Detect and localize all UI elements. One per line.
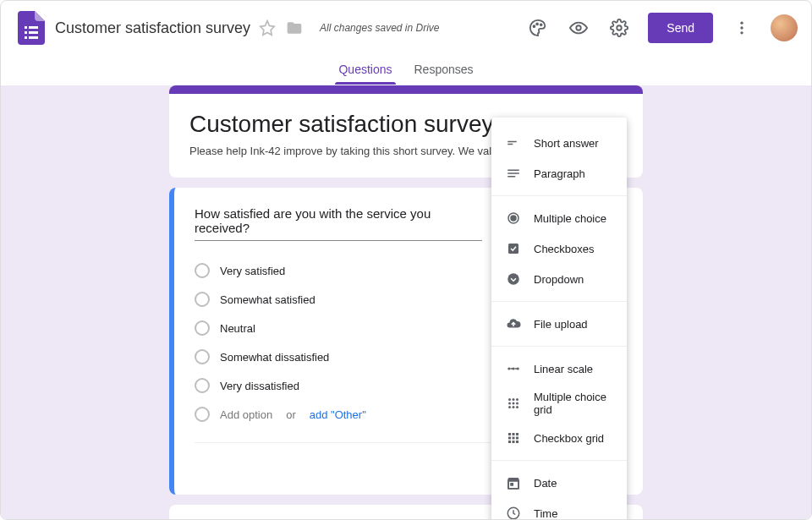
radio-icon — [195, 263, 210, 278]
option-label[interactable]: Somewhat dissatisfied — [220, 351, 329, 364]
option-label[interactable]: Very satisfied — [220, 265, 285, 277]
more-button[interactable] — [725, 11, 759, 45]
svg-rect-42 — [513, 437, 515, 440]
preview-button[interactable] — [562, 11, 595, 45]
svg-point-37 — [516, 406, 518, 408]
type-short-answer[interactable]: Short answer — [491, 128, 627, 158]
svg-point-9 — [577, 25, 582, 30]
radio-icon — [195, 407, 210, 422]
star-button[interactable] — [257, 18, 277, 38]
svg-point-31 — [516, 398, 518, 401]
svg-rect-5 — [29, 36, 38, 39]
svg-rect-19 — [508, 176, 515, 178]
svg-rect-46 — [516, 441, 518, 443]
svg-point-23 — [508, 273, 519, 285]
menu-item-label: Time — [534, 507, 557, 520]
menu-item-label: Paragraph — [534, 167, 585, 180]
linear-scale-icon — [505, 360, 522, 377]
clock-icon — [505, 505, 522, 520]
add-other-button[interactable]: add "Other" — [310, 408, 366, 421]
type-date[interactable]: Date — [491, 468, 627, 498]
svg-rect-22 — [508, 244, 518, 254]
svg-rect-43 — [516, 437, 518, 440]
question-title-input[interactable]: How satisfied are you with the service y… — [195, 206, 482, 241]
save-status: All changes saved in Drive — [320, 22, 439, 34]
svg-rect-4 — [25, 36, 27, 39]
svg-rect-17 — [508, 170, 519, 172]
svg-point-7 — [536, 24, 538, 25]
account-avatar[interactable] — [771, 14, 798, 41]
option-label[interactable]: Neutral — [220, 322, 255, 335]
radio-icon — [195, 292, 210, 307]
type-linear-scale[interactable]: Linear scale — [491, 353, 627, 384]
svg-point-13 — [740, 31, 743, 34]
theme-button[interactable] — [521, 11, 555, 45]
radio-icon — [195, 349, 210, 364]
settings-button[interactable] — [602, 11, 636, 45]
svg-rect-0 — [25, 26, 27, 29]
menu-item-label: Short answer — [534, 137, 599, 150]
paragraph-icon — [505, 165, 522, 182]
checkbox-icon — [505, 240, 522, 257]
svg-point-10 — [617, 25, 623, 30]
svg-rect-15 — [508, 141, 517, 143]
calendar-icon — [505, 474, 522, 491]
grid-squares-icon — [505, 430, 522, 446]
svg-rect-2 — [25, 31, 27, 34]
menu-item-label: Multiple choice grid — [534, 391, 613, 416]
type-paragraph[interactable]: Paragraph — [491, 158, 627, 189]
menu-item-label: File upload — [534, 318, 588, 331]
form-canvas: Customer satisfaction survey Please help… — [1, 85, 811, 519]
menu-item-label: Date — [534, 477, 557, 490]
type-multiple-choice[interactable]: Multiple choice — [491, 203, 627, 233]
option-label[interactable]: Very dissatisfied — [220, 380, 299, 392]
radio-icon — [195, 378, 210, 393]
forms-logo — [14, 11, 48, 45]
svg-point-24 — [508, 368, 510, 370]
svg-point-34 — [516, 402, 518, 405]
svg-point-21 — [511, 216, 516, 221]
or-text: or — [286, 408, 296, 421]
tab-responses[interactable]: Responses — [414, 63, 474, 85]
add-option-button[interactable]: Add option — [220, 408, 272, 421]
svg-point-8 — [540, 24, 542, 25]
tab-bar: Questions Responses — [1, 55, 811, 85]
tab-questions[interactable]: Questions — [338, 63, 392, 85]
svg-point-32 — [508, 402, 511, 405]
svg-rect-38 — [508, 433, 511, 435]
type-mc-grid[interactable]: Multiple choice grid — [491, 384, 627, 423]
menu-item-label: Linear scale — [534, 363, 593, 375]
dropdown-icon — [505, 271, 522, 287]
svg-rect-41 — [508, 437, 511, 440]
svg-point-28 — [517, 368, 519, 370]
svg-point-6 — [534, 25, 535, 27]
svg-point-33 — [513, 402, 515, 405]
svg-point-29 — [508, 398, 511, 401]
menu-item-label: Checkbox grid — [534, 432, 604, 445]
menu-item-label: Multiple choice — [534, 212, 606, 225]
type-file-upload[interactable]: File upload — [491, 309, 627, 339]
type-time[interactable]: Time — [491, 498, 627, 520]
svg-rect-45 — [513, 441, 515, 443]
cloud-upload-icon — [505, 315, 522, 332]
svg-point-12 — [740, 26, 743, 29]
svg-point-11 — [740, 22, 743, 25]
option-label[interactable]: Somewhat satisfied — [220, 293, 315, 306]
question-type-menu: Short answer Paragraph Multiple choice C… — [491, 118, 627, 520]
svg-rect-3 — [29, 31, 38, 34]
move-folder-button[interactable] — [284, 18, 304, 38]
svg-rect-18 — [508, 172, 519, 174]
grid-dots-icon — [505, 395, 522, 412]
svg-rect-16 — [508, 144, 513, 145]
type-cb-grid[interactable]: Checkbox grid — [491, 423, 627, 453]
svg-rect-44 — [508, 441, 511, 443]
menu-item-label: Dropdown — [534, 273, 584, 286]
svg-rect-50 — [511, 484, 513, 485]
send-button[interactable]: Send — [648, 13, 713, 43]
radio-icon — [195, 320, 210, 336]
type-checkboxes[interactable]: Checkboxes — [491, 233, 627, 264]
type-dropdown[interactable]: Dropdown — [491, 264, 627, 294]
svg-point-26 — [513, 368, 515, 370]
document-title[interactable]: Customer satisfaction survey — [55, 19, 250, 37]
menu-item-label: Checkboxes — [534, 243, 595, 255]
